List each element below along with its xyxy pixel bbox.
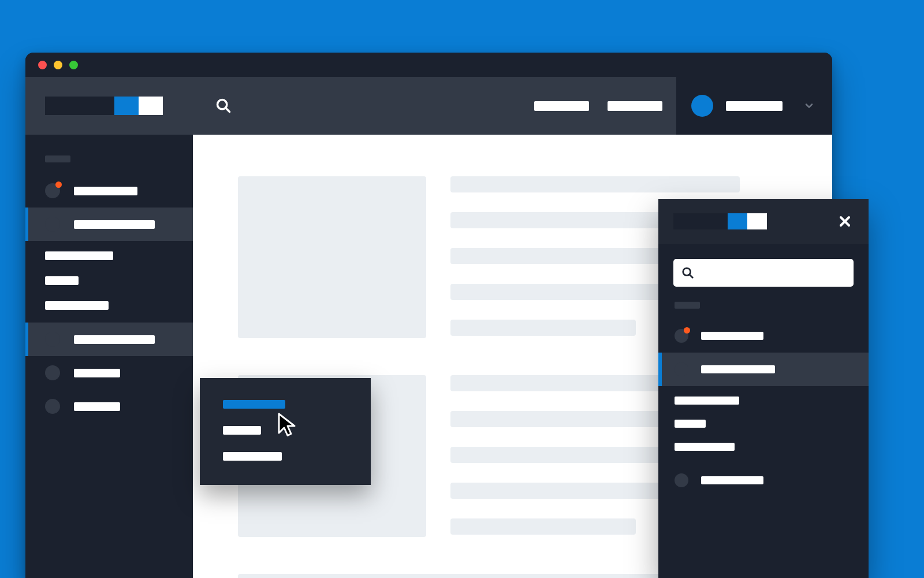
sidebar-item[interactable] xyxy=(25,323,193,356)
panel-logo[interactable] xyxy=(673,213,767,229)
sidebar-subitem[interactable] xyxy=(45,251,113,260)
brand-area xyxy=(25,77,193,135)
panel-subitem[interactable] xyxy=(675,420,706,428)
sidebar-item-label xyxy=(74,220,155,229)
context-menu-item[interactable] xyxy=(223,400,285,409)
close-icon xyxy=(838,214,852,228)
topbar-main xyxy=(193,77,676,135)
sidebar-item-label xyxy=(74,335,155,344)
sidebar-subitem[interactable] xyxy=(45,301,109,310)
panel-body xyxy=(658,302,869,578)
card-image xyxy=(238,176,426,338)
panel-item-label xyxy=(701,365,775,373)
sidebar-item-label xyxy=(74,369,120,377)
sidebar-item-icon xyxy=(45,399,60,414)
chevron-down-icon xyxy=(803,100,815,112)
notification-badge xyxy=(55,181,62,188)
sidebar-item-icon xyxy=(45,217,60,232)
sidebar-subnav xyxy=(25,241,193,323)
titlebar xyxy=(25,53,832,77)
sidebar-subitem[interactable] xyxy=(45,276,79,285)
window-zoom-button[interactable] xyxy=(69,61,78,69)
sidebar-item-icon xyxy=(45,332,60,347)
search-icon xyxy=(215,98,232,114)
search-button[interactable] xyxy=(214,96,233,116)
floating-panel xyxy=(658,199,869,578)
sidebar-section-label xyxy=(45,155,70,162)
panel-search-input[interactable] xyxy=(673,259,854,287)
cursor-icon xyxy=(277,412,298,436)
text-line xyxy=(450,320,636,336)
panel-subitem[interactable] xyxy=(675,443,735,451)
sidebar-item-icon xyxy=(45,183,60,198)
sidebar-item[interactable] xyxy=(25,390,193,423)
top-nav-link[interactable] xyxy=(608,101,662,111)
panel-header xyxy=(658,199,869,244)
window-close-button[interactable] xyxy=(38,61,47,69)
panel-item[interactable] xyxy=(658,464,869,497)
panel-item-label xyxy=(701,332,763,340)
window-minimize-button[interactable] xyxy=(54,61,62,69)
panel-subnav xyxy=(658,386,869,464)
sidebar-item-label xyxy=(74,187,137,195)
search-icon xyxy=(681,266,694,279)
sidebar-item[interactable] xyxy=(25,356,193,390)
panel-item-icon xyxy=(675,362,688,376)
svg-line-5 xyxy=(690,275,692,277)
sidebar-item-label xyxy=(74,402,120,411)
panel-subitem[interactable] xyxy=(675,397,739,405)
panel-item-label xyxy=(701,476,763,484)
context-menu-item[interactable] xyxy=(223,426,261,435)
panel-close-button[interactable] xyxy=(836,213,854,230)
svg-line-1 xyxy=(226,108,230,112)
user-menu[interactable] xyxy=(676,77,832,135)
context-menu-item[interactable] xyxy=(223,452,282,461)
sidebar-item[interactable] xyxy=(25,174,193,208)
brand-logo[interactable] xyxy=(45,97,163,115)
sidebar-item[interactable] xyxy=(25,208,193,241)
panel-search-wrap xyxy=(658,244,869,302)
panel-section-label xyxy=(675,302,700,309)
panel-item[interactable] xyxy=(658,319,869,353)
sidebar-item-icon xyxy=(45,365,60,380)
user-name xyxy=(726,101,783,111)
top-nav-link[interactable] xyxy=(534,101,589,111)
topbar xyxy=(25,77,832,135)
panel-item[interactable] xyxy=(658,353,869,386)
avatar xyxy=(691,95,713,117)
panel-item-icon xyxy=(675,473,688,487)
panel-item-icon xyxy=(675,329,688,343)
text-line xyxy=(450,176,740,192)
text-line xyxy=(450,518,636,535)
sidebar xyxy=(25,135,193,578)
notification-badge xyxy=(684,327,690,334)
